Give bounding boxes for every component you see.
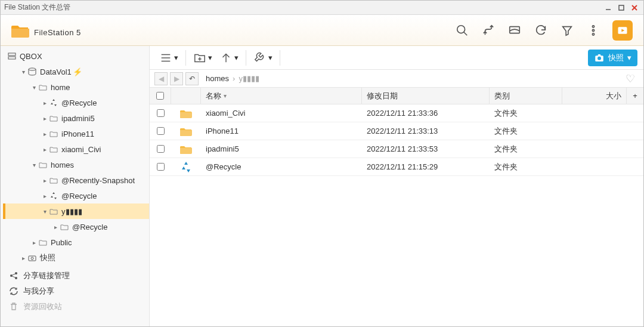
caret-down-icon: ▾ (208, 53, 212, 62)
row-checkbox-cell (150, 122, 171, 140)
expand-icon[interactable]: ▸ (52, 224, 59, 230)
nav-up-button[interactable]: ↶ (185, 72, 199, 85)
row-icon-cell (171, 122, 201, 140)
table-row[interactable]: ipadmini52022/12/11 21:33:53文件夹 (150, 140, 643, 158)
tree-user-recycle[interactable]: ▸ @Recycle (3, 219, 149, 235)
tree-snapshot[interactable]: ▸ 快照 (3, 250, 149, 266)
filter-icon[interactable] (558, 21, 577, 40)
col-type[interactable]: 类别 (490, 88, 562, 104)
svg-point-14 (29, 68, 36, 70)
col-size[interactable]: 大小 (562, 88, 627, 104)
tree-user-folder[interactable]: ▾ y▮▮▮▮ (3, 203, 149, 219)
media-viewer-button[interactable] (612, 20, 633, 41)
select-all-checkbox[interactable] (156, 92, 164, 100)
recycle-icon (48, 98, 59, 107)
row-checkbox[interactable] (157, 145, 165, 153)
close-button[interactable] (629, 3, 640, 13)
tree-homes[interactable]: ▾ homes (3, 157, 149, 172)
upload-button[interactable]: ▾ (216, 48, 242, 67)
breadcrumb: homes › y▮▮▮▮ (206, 74, 259, 83)
row-checkbox[interactable] (157, 163, 165, 171)
expand-icon[interactable]: ▸ (41, 131, 48, 137)
row-icon-cell (171, 140, 201, 158)
collapse-icon[interactable]: ▾ (20, 69, 27, 75)
sidebar-share-link[interactable]: 分享链接管理 (3, 268, 149, 283)
svg-line-21 (13, 276, 16, 277)
caret-down-icon: ▾ (268, 53, 273, 62)
sidebar-shared-with-me[interactable]: 与我分享 (3, 283, 149, 299)
tree-home-recycle[interactable]: ▸ @Recycle (3, 95, 149, 110)
view-mode-button[interactable]: ▾ (156, 48, 182, 67)
tree-home[interactable]: ▾ home (3, 79, 149, 95)
svg-point-8 (592, 29, 594, 31)
svg-rect-1 (619, 5, 624, 10)
folder-icon (38, 83, 48, 91)
tree-datavol[interactable]: ▾ DataVol1 ⚡ (3, 64, 149, 79)
more-icon[interactable] (584, 21, 603, 40)
svg-line-20 (13, 274, 16, 275)
snapshot-button[interactable]: 快照 ▾ (588, 50, 637, 66)
expand-icon[interactable]: ▸ (20, 255, 27, 261)
folder-icon (48, 207, 59, 215)
expand-icon[interactable]: ▸ (41, 100, 48, 106)
expand-icon[interactable]: ▸ (41, 115, 48, 122)
expand-icon[interactable]: ▸ (41, 177, 48, 184)
tree-ipadmini5[interactable]: ▸ ipadmini5 (3, 110, 149, 126)
remote-icon[interactable] (505, 21, 524, 40)
collapse-icon[interactable]: ▾ (30, 84, 38, 91)
expand-icon[interactable]: ▸ (41, 193, 48, 199)
tree-homes-recycle[interactable]: ▸ @Recycle (3, 188, 149, 203)
expand-icon[interactable]: ▸ (41, 146, 48, 153)
collapse-icon[interactable]: ▾ (41, 208, 48, 215)
row-date: 2022/12/11 21:33:13 (362, 122, 490, 140)
breadcrumb-item[interactable]: homes (206, 74, 229, 83)
row-name: iPhone11 (201, 122, 362, 140)
col-date[interactable]: 修改日期 (362, 88, 490, 104)
svg-line-5 (464, 32, 467, 35)
row-name: @Recycle (201, 158, 362, 175)
sidebar-recycle-bin[interactable]: 资源回收站 (3, 299, 149, 314)
breadcrumb-current: y▮▮▮▮ (239, 74, 259, 83)
volume-icon (27, 67, 38, 76)
col-checkbox[interactable] (150, 88, 171, 104)
window-title: File Station 文件总管 (4, 2, 70, 13)
refresh-icon[interactable] (531, 21, 550, 40)
row-checkbox-cell (150, 140, 171, 158)
row-type: 文件夹 (490, 122, 562, 140)
caret-down-icon: ▾ (234, 53, 239, 62)
row-date: 2022/12/11 21:15:29 (362, 158, 490, 175)
table-row[interactable]: iPhone112022/12/11 21:33:13文件夹 (150, 122, 643, 140)
tools-button[interactable]: ▾ (250, 48, 276, 67)
minimize-button[interactable] (603, 3, 614, 13)
nav-back-button[interactable]: ◀ (154, 72, 168, 85)
tree-iphone11[interactable]: ▸ iPhone11 (3, 126, 149, 141)
favorite-icon[interactable]: ♡ (626, 72, 635, 85)
row-checkbox[interactable] (157, 109, 165, 117)
row-checkbox[interactable] (157, 127, 165, 135)
row-icon-cell (171, 158, 201, 175)
app-title: FileStation 5 (34, 21, 81, 39)
svg-point-7 (592, 25, 594, 27)
tree-recent-snapshot[interactable]: ▸ @Recently-Snapshot (3, 172, 149, 188)
share-icon (9, 271, 18, 280)
folder-icon (38, 238, 48, 246)
tree-public[interactable]: ▸ Public (3, 235, 149, 250)
row-size (562, 158, 643, 175)
nav-forward-button[interactable]: ▶ (170, 72, 183, 85)
create-folder-button[interactable]: ▾ (190, 48, 216, 67)
row-date: 2022/12/11 21:33:53 (362, 140, 490, 158)
search-icon[interactable] (453, 21, 472, 40)
expand-icon[interactable]: ▸ (30, 239, 38, 246)
col-name[interactable]: 名称▾ (201, 88, 362, 104)
caret-down-icon: ▾ (174, 53, 178, 62)
row-checkbox-cell (150, 104, 171, 122)
table-row[interactable]: @Recycle2022/12/11 21:15:29文件夹 (150, 158, 643, 176)
smart-filter-icon[interactable] (479, 21, 498, 40)
col-add[interactable]: + (627, 88, 643, 104)
tree-root-qbox[interactable]: QBOX (3, 48, 149, 64)
collapse-icon[interactable]: ▾ (30, 162, 38, 168)
tree-xiaomi[interactable]: ▸ xiaomi_Civi (3, 141, 149, 157)
table-row[interactable]: xiaomi_Civi2022/12/11 21:33:36文件夹 (150, 104, 643, 122)
maximize-button[interactable] (616, 3, 627, 13)
row-icon-cell (171, 104, 201, 122)
